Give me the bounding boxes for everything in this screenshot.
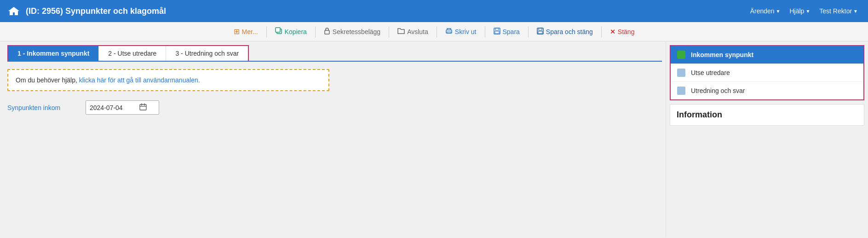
tab-inkommen-synpunkt[interactable]: 1 - Inkommen synpunkt [8, 46, 99, 61]
date-input-wrapper[interactable] [86, 100, 159, 115]
status-dot-green [677, 51, 685, 59]
status-utse-label: Utse utredare [691, 69, 730, 76]
content-body: Om du behöver hjälp, klicka här för att … [0, 62, 666, 237]
content-area: 1 - Inkommen synpunkt 2 - Utse utredare … [0, 41, 666, 237]
save-icon [494, 28, 500, 36]
help-link[interactable]: klicka här för att gå till användarmanua… [79, 76, 200, 84]
tab-utredning-och-svar[interactable]: 3 - Utredning och svar [166, 46, 248, 61]
mer-button[interactable]: ⊞ Mer... [229, 25, 263, 38]
spara-button[interactable]: Spara [489, 25, 524, 38]
info-panel-title: Information [677, 110, 857, 120]
page-title: (ID: 2956) Synpunkter och klagomål [26, 6, 166, 16]
status-utse[interactable]: Utse utredare [671, 64, 863, 82]
user-menu[interactable]: Test Rektor ▼ [816, 6, 861, 17]
sekretessbelagg-button[interactable]: Sekretessbelägg [319, 25, 385, 38]
svg-rect-7 [495, 31, 499, 34]
svg-rect-2 [325, 30, 329, 34]
spara-och-stang-button[interactable]: Spara och stäng [532, 25, 598, 38]
top-bar-left: (ID: 2956) Synpunkter och klagomål [7, 6, 166, 17]
help-box: Om du behöver hjälp, klicka här för att … [7, 69, 329, 91]
status-inkommen[interactable]: Inkommen synpunkt [671, 46, 863, 64]
separator-6 [528, 26, 529, 37]
tabs-row: 1 - Inkommen synpunkt 2 - Utse utredare … [0, 41, 666, 62]
user-chevron-icon: ▼ [853, 9, 858, 14]
calendar-icon[interactable] [139, 103, 147, 112]
separator-4 [437, 26, 437, 37]
mer-icon: ⊞ [234, 27, 240, 36]
hjalp-menu[interactable]: Hjälp ▼ [787, 6, 813, 17]
svg-rect-1 [276, 28, 280, 32]
arenden-chevron-icon: ▼ [776, 9, 781, 14]
separator-3 [389, 26, 389, 37]
status-panel: Inkommen synpunkt Utse utredare Utrednin… [670, 45, 864, 100]
main-layout: 1 - Inkommen synpunkt 2 - Utse utredare … [0, 41, 868, 237]
status-dot-light-blue-2 [677, 87, 685, 95]
separator-2 [315, 26, 316, 37]
status-dot-light-blue-1 [677, 69, 685, 77]
kopiera-button[interactable]: Kopiera [270, 25, 311, 38]
top-bar: (ID: 2956) Synpunkter och klagomål Ärend… [0, 0, 868, 22]
tab-utse-utredare[interactable]: 2 - Utse utredare [99, 46, 166, 61]
skriv-ut-button[interactable]: Skriv ut [441, 25, 481, 38]
save-close-icon [537, 28, 544, 36]
help-text-before: Om du behöver hjälp, [16, 76, 79, 84]
separator-7 [601, 26, 602, 37]
status-utredning-label: Utredning och svar [691, 87, 745, 94]
separator-1 [266, 26, 267, 37]
status-utredning[interactable]: Utredning och svar [671, 82, 863, 99]
lock-icon [324, 27, 330, 36]
right-sidebar: Inkommen synpunkt Utse utredare Utrednin… [666, 41, 868, 237]
svg-rect-4 [447, 32, 451, 33]
arenden-menu[interactable]: Ärenden ▼ [747, 6, 783, 17]
stang-button[interactable]: ✕ Stäng [605, 26, 639, 38]
kopiera-icon [275, 27, 282, 36]
tabs-container: 1 - Inkommen synpunkt 2 - Utse utredare … [7, 45, 249, 62]
top-bar-nav: Ärenden ▼ Hjälp ▼ Test Rektor ▼ [747, 6, 861, 17]
hjalp-chevron-icon: ▼ [805, 9, 810, 14]
synpunkten-inkom-label: Synpunkten inkom [7, 104, 76, 111]
home-icon[interactable] [7, 6, 20, 17]
form-row: Synpunkten inkom [7, 100, 658, 115]
folder-icon [397, 28, 405, 35]
print-icon [445, 28, 453, 36]
toolbar: ⊞ Mer... Kopiera Sekretessbelägg Avsluta… [0, 22, 868, 41]
close-icon: ✕ [610, 28, 615, 35]
svg-rect-10 [538, 31, 542, 34]
date-input[interactable] [90, 104, 136, 111]
avsluta-button[interactable]: Avsluta [393, 25, 433, 38]
svg-rect-11 [140, 104, 146, 110]
status-inkommen-label: Inkommen synpunkt [691, 51, 753, 58]
info-panel: Information [670, 104, 864, 126]
separator-5 [485, 26, 485, 37]
